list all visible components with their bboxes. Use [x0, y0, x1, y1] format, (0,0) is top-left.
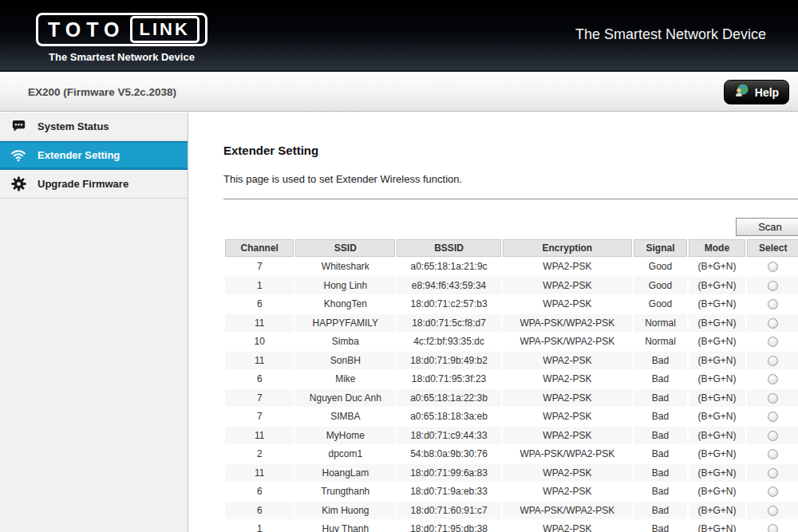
sidebar-item-upgrade-firmware[interactable]: Upgrade Firmware — [0, 170, 188, 199]
cell-signal: Bad — [634, 445, 687, 463]
cell-select — [747, 295, 798, 313]
sidebar-item-extender-setting[interactable]: Extender Setting — [0, 141, 188, 170]
cell-encryption: WPA2-PSK — [503, 408, 632, 426]
table-row: 11 SonBH 18:d0:71:9b:49:b2 WPA2-PSK Bad … — [225, 352, 798, 370]
cell-channel: 2 — [225, 445, 294, 463]
network-select-radio[interactable] — [768, 487, 778, 497]
cell-encryption: WPA2-PSK — [503, 352, 632, 370]
cell-ssid: Kim Huong — [295, 502, 395, 520]
cell-mode: (B+G+N) — [689, 464, 745, 483]
table-row: 7 Nguyen Duc Anh a0:65:18:1a:22:3b WPA2-… — [225, 389, 798, 408]
help-button[interactable]: Help — [724, 80, 789, 104]
network-select-radio[interactable] — [768, 393, 778, 404]
cell-encryption: WPA-PSK/WPA2-PSK — [503, 333, 632, 351]
cell-select — [747, 464, 798, 483]
cell-bssid: a0:65:18:1a:22:3b — [397, 389, 501, 408]
page-title: Extender Setting — [223, 144, 798, 157]
cell-bssid: a0:65:18:18:3a:eb — [397, 408, 501, 426]
cell-encryption: WPA-PSK/WPA2-PSK — [503, 502, 632, 520]
cell-bssid: 18:d0:71:5c:f8:d7 — [397, 314, 501, 333]
table-header-row: Channel SSID BSSID Encryption Signal Mod… — [225, 239, 798, 257]
cell-mode: (B+G+N) — [689, 333, 745, 351]
cell-encryption: WPA2-PSK — [503, 277, 632, 295]
cell-ssid: MyHome — [295, 427, 395, 445]
network-select-radio[interactable] — [768, 318, 778, 329]
table-row: 6 Mike 18:d0:71:95:3f:23 WPA2-PSK Bad (B… — [225, 370, 798, 388]
table-row: 7 Whiteshark a0:65:18:1a:21:9c WPA2-PSK … — [225, 258, 798, 276]
cell-channel: 6 — [225, 295, 294, 313]
scan-button[interactable]: Scan — [736, 218, 798, 236]
help-globe-person-icon — [734, 83, 749, 101]
cell-bssid: 18:d0:71:9a:eb:33 — [397, 483, 501, 501]
logo-text-toto: TOTO — [48, 20, 125, 40]
network-select-radio[interactable] — [768, 468, 778, 479]
cell-mode: (B+G+N) — [689, 520, 745, 532]
cell-mode: (B+G+N) — [689, 370, 745, 388]
network-select-radio[interactable] — [768, 506, 778, 516]
cell-signal: Bad — [634, 464, 687, 483]
cell-bssid: 18:d0:71:c9:44:33 — [397, 427, 501, 445]
cell-signal: Normal — [634, 333, 687, 351]
network-select-radio[interactable] — [768, 299, 778, 309]
cell-select — [747, 352, 798, 370]
cell-channel: 1 — [225, 520, 294, 532]
column-header-select: Select — [747, 239, 798, 257]
cell-signal: Normal — [634, 314, 687, 333]
cell-bssid: 4c:f2:bf:93:35:dc — [397, 333, 501, 351]
network-select-radio[interactable] — [768, 449, 778, 459]
network-select-radio[interactable] — [768, 262, 778, 272]
cell-encryption: WPA2-PSK — [503, 258, 632, 276]
cell-mode: (B+G+N) — [689, 427, 745, 445]
cell-encryption: WPA2-PSK — [503, 427, 632, 445]
table-row: 11 HAPPYFAMILY 18:d0:71:5c:f8:d7 WPA-PSK… — [225, 314, 798, 333]
network-select-radio[interactable] — [768, 337, 778, 347]
divider — [223, 199, 798, 199]
cell-signal: Bad — [634, 370, 687, 388]
column-header-ssid: SSID — [295, 239, 395, 257]
cell-mode: (B+G+N) — [689, 352, 745, 370]
top-header: TOTO LINK The Smartest Network Device Th… — [0, 0, 798, 72]
network-select-radio[interactable] — [768, 356, 778, 366]
cell-ssid: Huy Thanh — [295, 520, 395, 532]
cell-channel: 6 — [225, 370, 294, 388]
network-select-radio[interactable] — [768, 374, 778, 384]
cell-select — [747, 389, 798, 408]
logo-tagline: The Smartest Network Device — [36, 51, 207, 63]
table-row: 11 HoangLam 18:d0:71:99:6a:83 WPA2-PSK B… — [225, 464, 798, 483]
cell-channel: 7 — [225, 258, 294, 276]
sidebar-item-label: Extender Setting — [38, 149, 120, 161]
cell-channel: 6 — [225, 502, 294, 520]
cell-ssid: KhongTen — [295, 295, 395, 313]
cell-signal: Good — [634, 295, 687, 313]
sidebar-item-system-status[interactable]: System Status — [0, 112, 188, 141]
cell-bssid: 18:d0:71:c2:57:b3 — [397, 295, 501, 313]
cell-signal: Bad — [634, 408, 687, 426]
table-row: 7 SIMBA a0:65:18:18:3a:eb WPA2-PSK Bad (… — [225, 408, 798, 426]
cell-select — [747, 277, 798, 295]
cell-signal: Bad — [634, 483, 687, 501]
cell-channel: 7 — [225, 389, 294, 408]
cell-encryption: WPA2-PSK — [503, 464, 632, 483]
table-row: 1 Hong Linh e8:94:f6:43:59:34 WPA2-PSK G… — [225, 277, 798, 295]
network-scan-table: Channel SSID BSSID Encryption Signal Mod… — [223, 238, 798, 532]
sidebar: System Status Extender Setting — [0, 112, 188, 532]
network-select-radio[interactable] — [768, 412, 778, 422]
device-firmware-title: EX200 (Firmware V5.2c.2038) — [28, 86, 176, 98]
cell-select — [747, 445, 798, 463]
page-description: This page is used to set Extender Wirele… — [223, 173, 798, 185]
cell-channel: 10 — [225, 333, 294, 351]
cell-mode: (B+G+N) — [689, 277, 745, 295]
table-row: 1 Huy Thanh 18:d0:71:95:db:38 WPA2-PSK B… — [225, 520, 798, 532]
scan-row: Scan — [223, 218, 798, 236]
cell-select — [747, 333, 798, 351]
cell-ssid: Nguyen Duc Anh — [295, 389, 395, 408]
cell-channel: 1 — [225, 277, 294, 295]
cell-select — [747, 370, 798, 388]
cell-ssid: Mike — [295, 370, 395, 388]
totolink-logo: TOTO LINK The Smartest Network Device — [36, 13, 207, 63]
network-select-radio[interactable] — [768, 524, 778, 532]
network-select-radio[interactable] — [768, 281, 778, 291]
cell-signal: Bad — [634, 352, 687, 370]
cell-ssid: Simba — [295, 333, 395, 351]
network-select-radio[interactable] — [768, 431, 778, 441]
